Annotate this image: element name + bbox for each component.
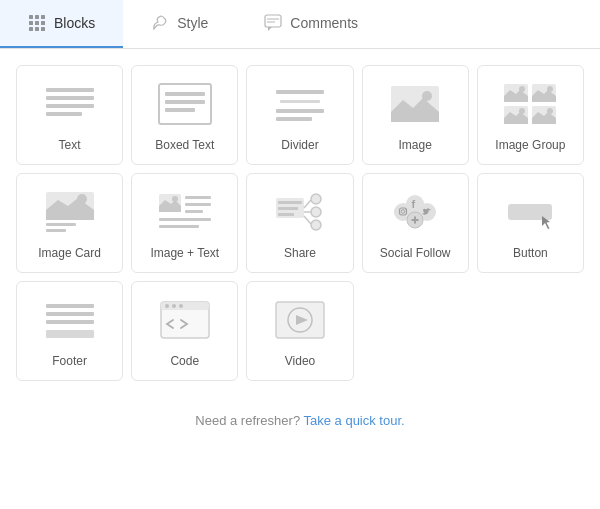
svg-rect-44: [159, 225, 199, 228]
svg-rect-1: [35, 15, 39, 19]
block-code[interactable]: Code: [131, 281, 238, 381]
block-image-text[interactable]: Image + Text: [131, 173, 238, 273]
svg-rect-43: [159, 218, 211, 221]
footer-icon: [40, 296, 100, 344]
share-icon: [270, 188, 330, 236]
block-image-card[interactable]: Image Card: [16, 173, 123, 273]
image-card-label: Image Card: [38, 246, 101, 262]
svg-text:f: f: [412, 198, 416, 210]
style-icon: [151, 14, 169, 32]
svg-rect-14: [46, 104, 94, 108]
social-follow-label: Social Follow: [380, 246, 451, 262]
image-text-icon: [155, 188, 215, 236]
block-image-group[interactable]: Image Group: [477, 65, 584, 165]
svg-rect-36: [46, 223, 76, 226]
tab-blocks-label: Blocks: [54, 15, 95, 31]
svg-point-29: [547, 86, 553, 92]
svg-rect-41: [185, 203, 211, 206]
text-label: Text: [59, 138, 81, 154]
button-icon: [500, 188, 560, 236]
block-boxed-text[interactable]: Boxed Text: [131, 65, 238, 165]
tab-comments-label: Comments: [290, 15, 358, 31]
share-label: Share: [284, 246, 316, 262]
block-social-follow[interactable]: f Social Follow: [362, 173, 469, 273]
svg-rect-18: [165, 100, 205, 104]
svg-rect-40: [185, 196, 211, 199]
svg-point-72: [165, 304, 169, 308]
svg-rect-47: [278, 207, 298, 210]
svg-rect-42: [185, 210, 203, 213]
code-icon: [155, 296, 215, 344]
svg-rect-65: [508, 204, 552, 220]
svg-rect-69: [46, 330, 94, 338]
hint-text: Need a refresher?: [195, 413, 300, 428]
svg-line-52: [304, 200, 311, 208]
svg-rect-66: [46, 304, 94, 308]
image-group-icon: [500, 80, 560, 128]
video-label: Video: [285, 354, 315, 370]
tab-comments[interactable]: Comments: [236, 0, 386, 48]
svg-rect-5: [41, 21, 45, 25]
svg-rect-13: [46, 96, 94, 100]
block-divider[interactable]: Divider: [246, 65, 353, 165]
block-image[interactable]: Image: [362, 65, 469, 165]
video-icon: [270, 296, 330, 344]
social-follow-icon: f: [385, 188, 445, 236]
image-group-label: Image Group: [495, 138, 565, 154]
svg-point-50: [311, 207, 321, 217]
svg-point-31: [519, 108, 525, 114]
tab-blocks[interactable]: Blocks: [0, 0, 123, 48]
boxed-text-icon: [155, 80, 215, 128]
svg-point-74: [179, 304, 183, 308]
svg-rect-46: [278, 201, 302, 204]
svg-rect-22: [276, 109, 324, 113]
tab-style[interactable]: Style: [123, 0, 236, 48]
image-card-icon: [40, 188, 100, 236]
svg-rect-4: [35, 21, 39, 25]
svg-point-58: [406, 209, 407, 210]
block-video[interactable]: Video: [246, 281, 353, 381]
image-label: Image: [399, 138, 432, 154]
tab-style-label: Style: [177, 15, 208, 31]
text-icon: [40, 80, 100, 128]
footer-label: Footer: [52, 354, 87, 370]
quick-tour-link[interactable]: Take a quick tour.: [304, 413, 405, 428]
block-share[interactable]: Share: [246, 173, 353, 273]
divider-label: Divider: [281, 138, 318, 154]
image-text-label: Image + Text: [150, 246, 219, 262]
svg-rect-37: [46, 229, 66, 232]
svg-point-51: [311, 220, 321, 230]
svg-point-73: [172, 304, 176, 308]
blocks-icon: [28, 14, 46, 32]
block-button[interactable]: Button: [477, 173, 584, 273]
svg-rect-23: [276, 117, 312, 121]
svg-rect-15: [46, 112, 82, 116]
svg-rect-67: [46, 312, 94, 316]
boxed-text-label: Boxed Text: [155, 138, 214, 154]
svg-rect-48: [278, 213, 294, 216]
svg-rect-6: [29, 27, 33, 31]
svg-rect-7: [35, 27, 39, 31]
svg-line-54: [304, 216, 311, 224]
code-label: Code: [170, 354, 199, 370]
svg-rect-20: [276, 90, 324, 94]
svg-point-39: [172, 196, 178, 202]
svg-rect-21: [280, 100, 320, 103]
block-text[interactable]: Text: [16, 65, 123, 165]
svg-point-33: [547, 108, 553, 114]
svg-rect-2: [41, 15, 45, 19]
svg-rect-17: [165, 92, 205, 96]
svg-rect-19: [165, 108, 195, 112]
footer-hint: Need a refresher? Take a quick tour.: [0, 397, 600, 444]
tab-bar: Blocks Style Comments: [0, 0, 600, 49]
svg-rect-12: [46, 88, 94, 92]
svg-rect-0: [29, 15, 33, 19]
svg-point-25: [422, 91, 432, 101]
button-label: Button: [513, 246, 548, 262]
block-footer[interactable]: Footer: [16, 281, 123, 381]
image-icon: [385, 80, 445, 128]
comments-icon: [264, 14, 282, 32]
svg-point-49: [311, 194, 321, 204]
svg-rect-9: [265, 15, 281, 27]
svg-rect-3: [29, 21, 33, 25]
